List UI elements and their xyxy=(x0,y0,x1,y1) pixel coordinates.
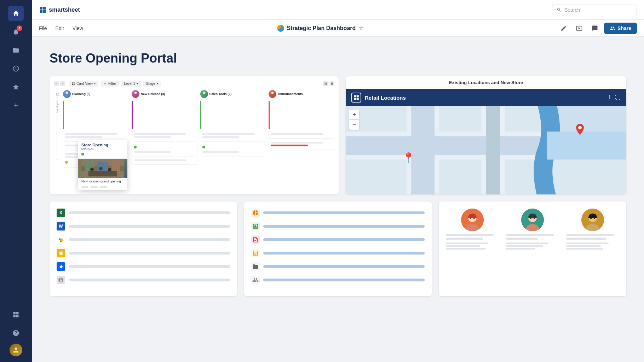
popup-image xyxy=(78,159,127,178)
release-col-label: New Release (3) xyxy=(141,92,165,96)
team-member-2 xyxy=(506,209,559,250)
excel-icon: X xyxy=(57,209,65,217)
svg-rect-3 xyxy=(74,84,75,85)
kanban-col-announcements: Announcements xyxy=(269,90,334,151)
svg-rect-2 xyxy=(72,84,73,85)
link-line xyxy=(263,252,425,255)
file-line xyxy=(69,279,230,281)
file-item-word[interactable]: W xyxy=(57,222,230,230)
link-item-5[interactable] xyxy=(251,262,425,271)
user-avatar[interactable] xyxy=(10,344,22,356)
team-member-1 xyxy=(446,209,499,250)
nav-plus-icon[interactable] xyxy=(8,98,24,113)
kanban-item[interactable] xyxy=(132,131,197,141)
link-chart-icon xyxy=(251,209,260,217)
svg-point-11 xyxy=(99,167,103,170)
kanban-item[interactable] xyxy=(269,140,334,150)
nav-folder-icon[interactable] xyxy=(8,42,24,58)
map-pin-1[interactable]: 📍 xyxy=(402,152,415,164)
popup-action-item xyxy=(91,186,98,188)
map-zoom-in-button[interactable]: + xyxy=(349,110,359,119)
edit-pencil-button[interactable] xyxy=(557,22,570,35)
kanban-item[interactable] xyxy=(200,131,266,141)
announce-button[interactable] xyxy=(588,22,601,35)
link-item-6[interactable] xyxy=(251,276,425,284)
stage-button[interactable]: Stage ▾ xyxy=(143,81,161,87)
link-item-2[interactable] xyxy=(251,222,425,230)
map-pin-2[interactable] xyxy=(576,124,584,138)
sales-col-label: Sales Tools (2) xyxy=(209,92,232,96)
topbar: smartsheet Search xyxy=(32,0,644,20)
menu-view[interactable]: View xyxy=(73,24,83,33)
link-form-icon xyxy=(251,235,260,244)
map-share-icon[interactable]: ⤴ xyxy=(608,94,611,101)
link-line xyxy=(263,211,425,214)
svg-point-36 xyxy=(530,218,531,219)
link-line xyxy=(263,265,425,268)
menu-edit[interactable]: Edit xyxy=(56,24,64,33)
nav-help-icon[interactable] xyxy=(8,325,24,341)
file-item-dropbox[interactable]: ◆ xyxy=(57,262,230,271)
file-item-other[interactable] xyxy=(57,276,230,284)
nav-clock-icon[interactable] xyxy=(8,61,24,76)
map-body: 📍 + − xyxy=(346,106,626,194)
link-item-1[interactable] xyxy=(251,209,425,217)
map-expand-icon[interactable]: ⛶ xyxy=(615,94,621,101)
popup-caption: New location grand opening xyxy=(78,178,127,185)
team-avatar-1 xyxy=(461,209,484,231)
kanban-item[interactable] xyxy=(132,157,197,164)
toolbar-actions: Share xyxy=(557,22,637,35)
nav-bell-icon[interactable]: 3 xyxy=(8,24,24,40)
team-avatar-3 xyxy=(581,209,604,231)
app-logo: smartsheet xyxy=(39,6,80,14)
store-opening-popup[interactable]: Store Opening 09/05/21 xyxy=(78,140,127,190)
nav-grid-icon[interactable] xyxy=(8,307,24,322)
svg-point-29 xyxy=(578,126,582,129)
present-button[interactable] xyxy=(573,22,586,35)
file-item-drive[interactable] xyxy=(57,235,230,244)
svg-rect-1 xyxy=(74,82,75,83)
kanban-item[interactable] xyxy=(269,131,334,138)
map-header-actions: ⤴ ⛶ xyxy=(608,94,621,101)
file-item-slides[interactable]: ▣ xyxy=(57,249,230,257)
nav-star-icon[interactable] xyxy=(8,79,24,95)
svg-rect-13 xyxy=(354,95,356,97)
file-line xyxy=(69,225,230,228)
filter-button[interactable]: Filter xyxy=(100,81,119,87)
map-zoom-out-button[interactable]: − xyxy=(349,120,359,130)
app-name: smartsheet xyxy=(49,6,80,13)
nav-home-icon[interactable] xyxy=(8,6,24,21)
svg-rect-22 xyxy=(439,106,481,132)
planning-col-label: Planning (3) xyxy=(72,92,91,96)
share-button[interactable]: Share xyxy=(604,23,637,34)
map-header: Retail Locations ⤴ ⛶ xyxy=(346,89,626,106)
link-item-4[interactable] xyxy=(251,249,425,257)
popup-action-item xyxy=(100,186,107,188)
file-item-excel[interactable]: X xyxy=(57,209,230,217)
file-line xyxy=(69,238,230,241)
kanban-item[interactable] xyxy=(200,142,266,156)
map-card: Existing Locations and New Store Retail … xyxy=(346,76,626,194)
link-item-3[interactable] xyxy=(251,235,425,244)
word-icon: W xyxy=(57,222,65,230)
link-folder-icon xyxy=(251,262,260,271)
popup-date: 09/05/21 xyxy=(81,147,124,151)
team-card xyxy=(439,202,626,296)
menu-file[interactable]: File xyxy=(39,24,47,33)
popup-action-item xyxy=(81,186,88,188)
kanban-item[interactable] xyxy=(132,142,197,156)
link-report-icon xyxy=(251,249,260,257)
search-box[interactable]: Search xyxy=(552,5,637,15)
link-line xyxy=(263,225,425,228)
toolbar: File Edit View Strategic Plan Dashboard … xyxy=(32,20,644,37)
kanban-item[interactable] xyxy=(63,131,129,141)
svg-point-43 xyxy=(594,218,595,219)
favorite-icon[interactable]: ☆ xyxy=(358,25,363,31)
level-button[interactable]: Level 1 ▾ xyxy=(121,81,141,87)
svg-rect-28 xyxy=(547,132,626,159)
link-line xyxy=(263,279,425,281)
dashboard-title: Strategic Plan Dashboard xyxy=(287,25,356,31)
kanban-col-sales: Sales Tools (2) xyxy=(200,90,266,157)
file-line xyxy=(69,252,230,255)
card-view-button[interactable]: Card View ▾ xyxy=(69,81,98,87)
